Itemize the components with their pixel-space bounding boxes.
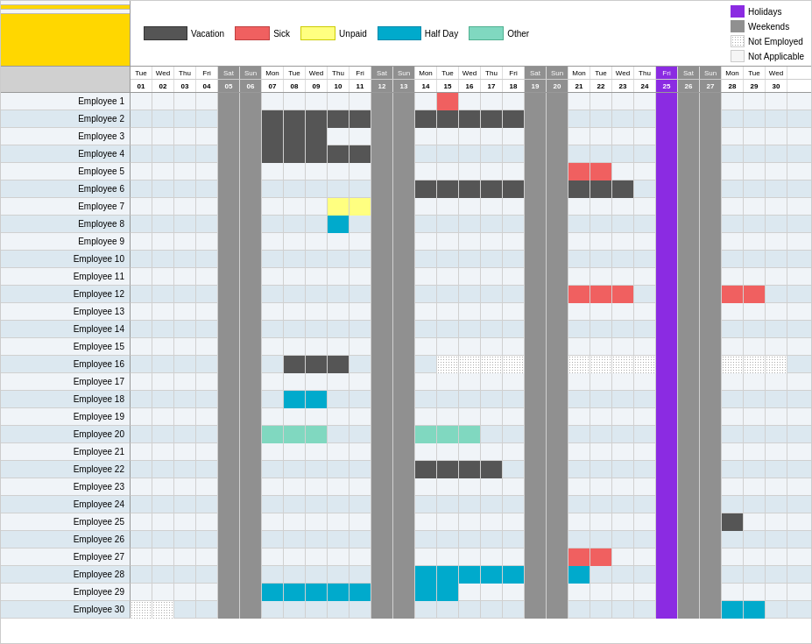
grid-row — [131, 303, 811, 321]
grid-cell — [678, 513, 700, 531]
name-row: Employee 28 — [1, 566, 131, 584]
grid-cell — [152, 321, 174, 338]
grid-cell — [350, 548, 371, 566]
grid-cell — [656, 233, 678, 251]
grid-cell — [722, 548, 744, 566]
grid-cell — [656, 321, 678, 338]
grid-cell — [612, 548, 634, 566]
grid-cell — [196, 286, 218, 303]
grid-cell — [590, 110, 612, 128]
grid-cell — [196, 163, 218, 180]
grid-cell — [547, 216, 568, 233]
grid-row — [131, 443, 811, 461]
grid-cell — [744, 145, 766, 163]
grid-cell — [525, 513, 547, 531]
grid-cell — [371, 531, 393, 548]
grid-cell — [459, 496, 481, 513]
grid-cell — [656, 93, 678, 110]
grid-cell — [196, 601, 218, 619]
grid-cell — [131, 163, 152, 180]
grid-cell — [568, 163, 590, 180]
grid-cell — [459, 373, 481, 391]
grid-cell — [547, 391, 568, 408]
grid-cell — [306, 145, 328, 163]
grid-cell — [700, 356, 722, 373]
grid-cell — [174, 408, 196, 426]
grid-row — [131, 531, 811, 548]
grid-cell — [525, 128, 547, 145]
grid-cell — [744, 198, 766, 216]
grid-cell — [656, 443, 678, 461]
grid-cell — [415, 286, 437, 303]
grid-cell — [525, 110, 547, 128]
grid-cell — [174, 426, 196, 443]
grid-cell — [612, 426, 634, 443]
grid-cell — [371, 408, 393, 426]
grid-cell — [284, 110, 306, 128]
grid-cell — [766, 426, 787, 443]
grid-cell — [547, 303, 568, 321]
grid-cell — [568, 548, 590, 566]
grid-cell — [634, 110, 656, 128]
grid-cell — [678, 128, 700, 145]
grid-cell — [744, 251, 766, 268]
name-row: Employee 20 — [1, 426, 131, 443]
grid-cell — [152, 198, 174, 216]
grid-cell — [744, 268, 766, 286]
grid-cell — [284, 268, 306, 286]
holidays-label: Holidays — [748, 7, 781, 17]
grid-cell — [744, 478, 766, 496]
grid-cell — [766, 251, 787, 268]
grid-cell — [196, 321, 218, 338]
grid-cell — [437, 356, 459, 373]
grid-cell — [547, 93, 568, 110]
grid-cell — [547, 426, 568, 443]
grid-cell — [174, 338, 196, 356]
grid-cell — [503, 110, 525, 128]
grid-cell — [371, 286, 393, 303]
grid-cell — [766, 216, 787, 233]
grid-cell — [350, 145, 371, 163]
grid-cell — [196, 478, 218, 496]
grid-cell — [656, 478, 678, 496]
grid-cell — [547, 286, 568, 303]
grid-cell — [481, 426, 503, 443]
grid-cell — [590, 426, 612, 443]
grid-cell — [196, 145, 218, 163]
grid-cell — [131, 180, 152, 198]
grid-cell — [568, 286, 590, 303]
grid-cell — [371, 513, 393, 531]
grid-cell — [218, 356, 240, 373]
grid-cell — [722, 128, 744, 145]
grid-cell — [240, 496, 262, 513]
grid-cell — [634, 373, 656, 391]
grid-cell — [568, 601, 590, 619]
grid-cell — [371, 601, 393, 619]
grid-cell — [306, 321, 328, 338]
grid-cell — [152, 338, 174, 356]
legend-sick: Sick — [235, 26, 290, 40]
grid-cell — [371, 93, 393, 110]
grid-cell — [744, 548, 766, 566]
grid-cell — [656, 180, 678, 198]
grid-cell — [525, 478, 547, 496]
grid-cell — [328, 286, 350, 303]
grid-cell — [218, 93, 240, 110]
grid-cell — [700, 303, 722, 321]
grid-cell — [218, 128, 240, 145]
grid-cell — [481, 373, 503, 391]
grid-cell — [262, 443, 284, 461]
grid-cell — [766, 408, 787, 426]
grid-row — [131, 478, 811, 496]
grid-cell — [437, 566, 459, 584]
grid-cell — [700, 198, 722, 216]
grid-cell — [262, 163, 284, 180]
grid-cell — [700, 180, 722, 198]
grid-cell — [371, 216, 393, 233]
grid-cell — [678, 496, 700, 513]
grid-cell — [218, 338, 240, 356]
grid-cell — [196, 566, 218, 584]
grid-cell — [722, 110, 744, 128]
grid-cell — [240, 513, 262, 531]
grid-cell — [503, 268, 525, 286]
